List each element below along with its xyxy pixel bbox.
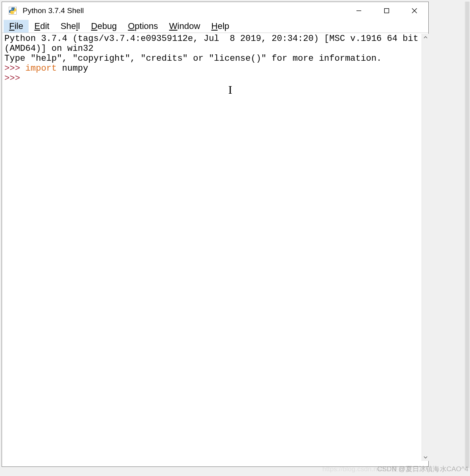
menu-help[interactable]: Help [206, 20, 235, 33]
menubar: File Edit Shell Debug Options Window Hel… [2, 19, 428, 33]
menu-file-rest: ile [14, 21, 23, 31]
menu-window-hotkey: W [169, 21, 177, 31]
shell-content[interactable]: Python 3.7.4 (tags/v3.7.4:e09359112e, Ju… [2, 33, 428, 84]
menu-window-rest: indow [177, 21, 200, 31]
keyword-import: import [25, 64, 57, 73]
banner-line-2: Type "help", "copyright", "credits" or "… [4, 54, 382, 64]
svg-rect-4 [385, 9, 389, 13]
minimize-button[interactable] [345, 2, 373, 19]
svg-point-2 [13, 13, 14, 13]
menu-edit-rest: dit [40, 21, 49, 31]
menu-shell-post: l [78, 21, 80, 31]
svg-point-1 [11, 8, 12, 9]
window-controls [345, 2, 428, 19]
menu-debug[interactable]: Debug [85, 20, 122, 33]
input-rest: numpy [57, 64, 88, 73]
menu-edit-hotkey: E [34, 21, 40, 31]
titlebar[interactable]: Python 3.7.4 Shell [2, 2, 428, 19]
scroll-up-icon[interactable] [422, 34, 429, 41]
menu-debug-hotkey: D [91, 21, 97, 31]
menu-help-rest: elp [218, 21, 229, 31]
window-title: Python 3.7.4 Shell [23, 6, 345, 15]
menu-shell-pre: She [60, 21, 76, 31]
idle-window: Python 3.7.4 Shell File Edit Shell Debug… [2, 2, 429, 467]
menu-debug-rest: ebug [97, 21, 117, 31]
editor-scrollbar[interactable] [422, 34, 429, 461]
menu-file[interactable]: File [4, 20, 29, 33]
prompt-1: >>> [4, 64, 20, 73]
menu-options-hotkey: O [128, 21, 135, 31]
menu-window[interactable]: Window [164, 20, 206, 33]
banner-line-1: Python 3.7.4 (tags/v3.7.4:e09359112e, Ju… [4, 34, 424, 54]
menu-shell[interactable]: Shell [55, 20, 85, 33]
menu-file-hotkey: F [9, 21, 14, 31]
watermark-right: CSDN @夏日冰镇海水CAO^4 [377, 464, 468, 474]
python-icon [8, 6, 17, 15]
page-scrollbar[interactable] [464, 2, 470, 468]
menu-edit[interactable]: Edit [29, 20, 55, 33]
menu-options[interactable]: Options [122, 20, 164, 33]
shell-editor[interactable]: Python 3.7.4 (tags/v3.7.4:e09359112e, Ju… [2, 33, 428, 466]
menu-options-rest: ptions [135, 21, 158, 31]
prompt-2: >>> [4, 73, 20, 83]
text-cursor-icon: I [228, 83, 232, 96]
close-button[interactable] [401, 2, 428, 19]
menu-help-hotkey: H [211, 21, 218, 31]
maximize-button[interactable] [373, 2, 401, 19]
scroll-track[interactable] [422, 41, 429, 454]
scroll-down-icon[interactable] [422, 454, 429, 461]
page-scroll-thumb[interactable] [465, 2, 469, 468]
